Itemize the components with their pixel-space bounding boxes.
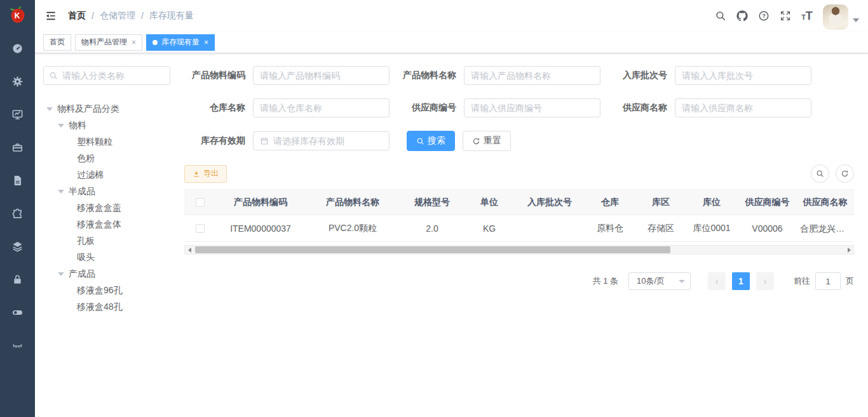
filter-label: 供应商编号 (395, 102, 456, 114)
toggle-icon (11, 307, 24, 319)
tree-node[interactable]: 物料 (43, 117, 178, 134)
tree-node[interactable]: 色粉 (43, 150, 178, 167)
date-picker-input[interactable] (273, 136, 383, 146)
tab-库存现有量[interactable]: 库存现有量× (146, 34, 215, 51)
tree-node-label: 物料 (69, 120, 86, 131)
tree-expand-icon[interactable] (58, 272, 64, 276)
sidebar-item-lock[interactable] (0, 263, 35, 296)
avatar[interactable] (823, 4, 848, 30)
inventory-panel: 产品物料编码产品物料名称入库批次号仓库名称供应商编号供应商名称库存有效期搜索重置… (178, 66, 854, 315)
sidebar-item-briefcase[interactable] (0, 131, 35, 164)
caret-down-icon (853, 18, 859, 22)
tree-expand-icon[interactable] (58, 190, 64, 194)
text-input[interactable] (260, 70, 383, 81)
scrollbar-thumb[interactable] (195, 246, 670, 253)
tree-node[interactable]: 物料及产品分类 (43, 101, 178, 117)
table-row[interactable]: ITEM00000037PVC2.0颗粒2.0KG原料仓存储区库位0001V00… (184, 215, 854, 242)
tab-label: 首页 (50, 37, 65, 48)
page-number-button[interactable]: 1 (732, 272, 750, 290)
table-cell: 存储区 (635, 223, 686, 234)
page-size-select[interactable]: 10条/页 (628, 272, 691, 290)
tab-close-icon[interactable]: × (132, 39, 136, 46)
reset-button[interactable]: 重置 (463, 131, 511, 151)
search-icon (49, 71, 58, 80)
scrollbar-track[interactable] (194, 246, 844, 254)
tree-node-label: 吸头 (77, 252, 95, 263)
search-button[interactable]: 搜索 (407, 131, 455, 151)
text-input[interactable] (682, 103, 804, 113)
table-cell: ITEM00000037 (216, 223, 305, 234)
table-cell: KG (464, 223, 515, 234)
column-header-库区: 库区 (635, 197, 686, 208)
breadcrumb-item: 仓储管理 (100, 10, 135, 22)
text-input[interactable] (682, 70, 804, 81)
text-input[interactable] (260, 103, 383, 113)
page-size-value: 10条/页 (637, 275, 665, 287)
search-icon (715, 10, 726, 22)
tree-node[interactable]: 吸头 (43, 249, 178, 266)
scroll-left-arrow[interactable] (185, 246, 194, 254)
filter-field-供应商名称: 供应商名称 (606, 98, 811, 117)
tree-node[interactable]: 过滤棉 (43, 167, 178, 183)
export-button[interactable]: 导出 (184, 165, 227, 183)
sidebar-item-document[interactable] (0, 164, 35, 197)
topbar-search-button[interactable] (710, 0, 731, 32)
tree-node-label: 产成品 (69, 268, 95, 280)
sidebar-item-layers[interactable] (0, 230, 35, 263)
filter-row: 产品物料编码产品物料名称入库批次号 (184, 66, 854, 85)
category-search-input[interactable] (62, 70, 165, 81)
row-checkbox[interactable] (196, 224, 205, 233)
tree-node[interactable]: 移液盒盒体 (43, 216, 178, 233)
breadcrumb-item[interactable]: 首页 (68, 10, 86, 22)
tree-node-label: 移液盒盒体 (77, 219, 121, 230)
tree-node-label: 塑料颗粒 (77, 136, 112, 148)
tree-node[interactable]: 塑料颗粒 (43, 134, 178, 150)
filter-label: 仓库名称 (184, 102, 245, 114)
refresh-button[interactable] (836, 164, 854, 183)
topbar-question-button[interactable]: ? (753, 0, 775, 32)
sidebar-item-monitor-chart[interactable] (0, 98, 35, 131)
column-header-单位: 单位 (464, 197, 515, 208)
tree-node[interactable]: 产成品 (43, 266, 178, 282)
select-all-checkbox[interactable] (196, 198, 205, 207)
tab-label: 库存现有量 (161, 37, 200, 48)
sidebar-item-puzzle[interactable] (0, 197, 35, 230)
prev-page-button[interactable]: ‹ (708, 272, 726, 290)
table-cell: 原料仓 (585, 223, 635, 234)
filter-input-box (253, 66, 390, 85)
tree-node[interactable]: 移液盒48孔 (43, 299, 178, 315)
user-menu[interactable] (823, 2, 859, 30)
scroll-right-arrow[interactable] (844, 246, 853, 254)
sidebar-toggle-icon[interactable] (44, 10, 57, 22)
app-logo[interactable]: K (0, 0, 35, 32)
text-input[interactable] (471, 70, 593, 81)
tree-node[interactable]: 移液盒96孔 (43, 282, 178, 299)
horizontal-scrollbar[interactable] (184, 245, 854, 255)
text-input[interactable] (471, 103, 593, 113)
next-page-button[interactable]: › (756, 272, 774, 290)
topbar-github-button[interactable] (731, 0, 753, 32)
tab-close-icon[interactable]: × (204, 39, 208, 46)
tree-expand-icon[interactable] (46, 107, 53, 111)
tree-node[interactable]: 移液盒盒盖 (43, 200, 178, 216)
sidebar-item-eye-closed[interactable] (0, 329, 35, 362)
sidebar-item-settings-gear[interactable] (0, 65, 35, 98)
active-dot-icon (153, 40, 158, 45)
column-header-供应商名称: 供应商名称 (797, 197, 853, 208)
table-cell: 2.0 (400, 223, 464, 234)
table-toolbar: 导出 (184, 164, 854, 183)
topbar-fullscreen-button[interactable] (775, 0, 796, 32)
sidebar-item-dashboard[interactable] (0, 32, 35, 65)
tree-node[interactable]: 半成品 (43, 183, 178, 200)
sidebar-item-toggle[interactable] (0, 296, 35, 329)
toggle-search-button[interactable] (811, 164, 829, 183)
topbar-font-size-button[interactable]: TT (796, 0, 818, 32)
goto-page-input[interactable] (815, 272, 841, 290)
svg-text:K: K (14, 11, 20, 20)
tree-node-label: 移液盒盒盖 (77, 202, 121, 214)
tab-首页[interactable]: 首页 (43, 34, 71, 51)
tab-物料产品管理[interactable]: 物料产品管理× (75, 34, 142, 51)
tree-node[interactable]: 孔板 (43, 233, 178, 249)
tree-expand-icon[interactable] (58, 124, 64, 128)
refresh-icon (841, 169, 849, 178)
